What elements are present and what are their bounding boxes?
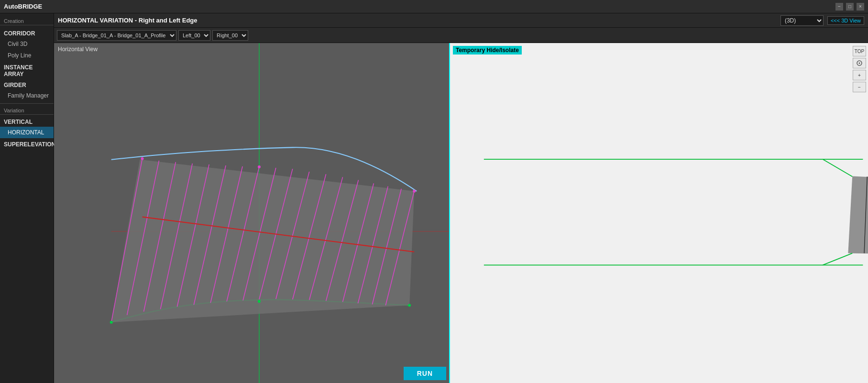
orbit-icon <box>856 59 863 67</box>
sidebar-item-corridor[interactable]: CORRIDOR <box>0 27 54 38</box>
left-viewport-svg <box>54 43 449 383</box>
content-area: HORIZONTAL VARIATION - Right and Left Ed… <box>54 13 868 383</box>
svg-point-28 <box>408 304 411 306</box>
top-view-button[interactable]: TOP <box>853 46 866 56</box>
profile-dropdown[interactable]: Slab_A - Bridge_01_A - Bridge_01_A_Profi… <box>57 30 176 41</box>
left-dropdown[interactable]: Left_00 <box>178 30 210 41</box>
svg-rect-31 <box>450 58 868 367</box>
view-mode-select[interactable]: (3D) <box>780 15 824 26</box>
orbit-button[interactable] <box>853 58 866 68</box>
right-controls: TOP + − <box>853 46 866 92</box>
viewports: Horizontal View <box>54 43 868 383</box>
toolbar-row: Slab_A - Bridge_01_A - Bridge_01_A_Profi… <box>54 28 868 43</box>
right-dropdown[interactable]: Right_00 <box>212 30 248 41</box>
window-controls: − □ × <box>835 3 864 11</box>
svg-point-24 <box>258 165 261 168</box>
sidebar-item-superelevation[interactable]: SUPERELEVATION <box>0 138 54 149</box>
svg-point-26 <box>110 321 113 324</box>
svg-point-27 <box>258 300 261 303</box>
creation-header: Creation <box>0 15 54 25</box>
close-button[interactable]: × <box>857 3 864 11</box>
sidebar-item-instance-array[interactable]: INSTANCE ARRAY <box>0 61 54 79</box>
viewport-right[interactable]: Temporary Hide/Isolate TOP + − <box>450 43 868 383</box>
zoom-in-button[interactable]: + <box>853 70 866 80</box>
svg-point-30 <box>859 63 860 64</box>
variation-header: Variation <box>0 103 54 115</box>
sidebar-item-polyline[interactable]: Poly Line <box>0 50 54 61</box>
sidebar-item-girder[interactable]: GIRDER <box>0 79 54 90</box>
main-layout: Creation CORRIDOR Civil 3D Poly Line INS… <box>0 13 868 383</box>
maximize-button[interactable]: □ <box>846 3 854 11</box>
run-button-container: RUN <box>54 364 450 383</box>
sidebar-item-horizontal[interactable]: HORIZONTAL <box>0 127 54 138</box>
sidebar-item-family-manager[interactable]: Family Manager <box>0 90 54 101</box>
title-bar: AutoBRIDGE − □ × <box>0 0 868 13</box>
minimize-button[interactable]: − <box>835 3 843 11</box>
sidebar-item-vertical[interactable]: VERTICAL <box>0 116 54 127</box>
app-title: AutoBRIDGE <box>4 3 42 10</box>
sidebar: Creation CORRIDOR Civil 3D Poly Line INS… <box>0 13 54 383</box>
top-bar: HORIZONTAL VARIATION - Right and Left Ed… <box>54 13 868 28</box>
zoom-out-button[interactable]: − <box>853 82 866 92</box>
svg-point-25 <box>413 190 416 193</box>
view-3d-button[interactable]: <<< 3D View <box>827 16 864 25</box>
run-button[interactable]: RUN <box>404 367 446 380</box>
sidebar-item-civil3d[interactable]: Civil 3D <box>0 38 54 50</box>
view-title: HORIZONTAL VARIATION - Right and Left Ed… <box>58 17 777 24</box>
viewport-left[interactable]: Horizontal View <box>54 43 450 383</box>
temporary-hide-label: Temporary Hide/Isolate <box>453 46 522 55</box>
svg-point-23 <box>141 157 144 160</box>
horizontal-view-label: Horizontal View <box>58 46 98 53</box>
right-viewport-svg <box>450 43 868 383</box>
